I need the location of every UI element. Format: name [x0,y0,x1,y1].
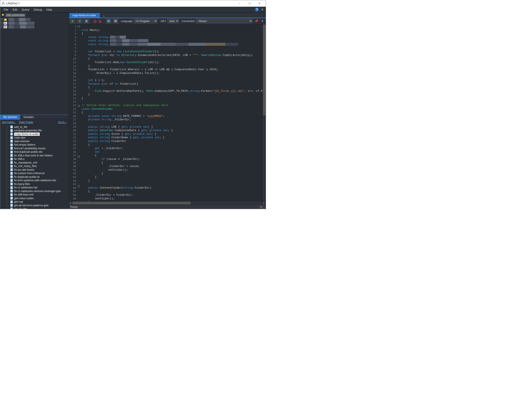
expand-icon[interactable]: + [1,18,3,21]
menu-debug[interactable]: Debug [32,7,44,12]
file-tree-item[interactable]: fix XMLs [0,157,68,161]
horizontal-scrollbar[interactable]: ◄ ► [69,201,266,205]
svg-rect-18 [11,138,12,138]
file-tree-item[interactable]: gen-class-codes [0,197,68,200]
file-tree-item[interactable]: copy-forms-in-order [0,132,68,136]
code-area[interactable]: void Main() { const string const string … [81,24,262,201]
net-select[interactable]: Auto [167,19,179,23]
file-tree-item[interactable]: add_to_file [0,125,68,129]
close-button[interactable]: ✕ [254,0,265,6]
svg-rect-6 [11,127,12,127]
file-tree[interactable]: add_to_filecompare-properties-filecopy-f… [0,125,68,209]
run-button[interactable] [70,19,75,23]
file-tree-item[interactable]: fix-many-files [0,182,68,186]
file-tree-item[interactable]: fix-duplicate-public-id [0,175,68,179]
scrollbar-thumb[interactable] [263,25,266,115]
maximize-button[interactable]: ☐ [245,0,254,6]
file-tree-item[interactable]: fix XMLs that exist in two folders [0,154,68,157]
menu-help[interactable]: Help [44,7,54,12]
connection-select[interactable]: <None> [196,19,253,23]
svg-rect-42 [11,159,12,159]
file-tree-item[interactable]: find-ca7-availability-issues [0,147,68,150]
file-tree-item[interactable]: fix_standalone_xml [0,161,68,165]
file-tree-item[interactable]: date-checker [0,139,68,143]
file-tree-item[interactable]: find empty folders [0,143,68,147]
file-icon [10,175,13,178]
fold-icon[interactable]: - [78,185,80,187]
file-icon [10,151,13,153]
file-tree-item[interactable]: copy-zips [0,136,68,139]
menu-file[interactable]: File [1,7,10,12]
file-tree-item[interactable]: compare-properties-file [0,129,68,132]
scroll-left-icon[interactable]: ◄ [69,202,72,204]
file-tree-item[interactable]: find-duplicate-public-ids [0,150,68,154]
doc-tab-active[interactable]: copy-forms-in-order [69,13,100,18]
vertical-scrollbar[interactable] [262,24,266,201]
open-folder-link[interactable]: Open Folder [19,121,33,124]
file-tree-item[interactable]: get-all-sbts [0,207,68,209]
results-text-button[interactable] [113,19,118,23]
minimize-button[interactable]: ─ [235,0,245,6]
file-tree-item[interactable]: get-all-sbt-form-patterns-grid [0,204,68,207]
expand-icon[interactable]: + [1,22,3,24]
bug-icon[interactable]: 🐞 [93,19,97,23]
svg-rect-78 [11,191,12,191]
language-select[interactable]: C# Program [134,19,157,23]
menu-query[interactable]: Query [19,7,31,12]
ef-icon: EF [4,22,7,24]
goto-link[interactable]: Go to... [58,121,67,124]
results-grid-button[interactable] [106,19,111,23]
tab-my-queries[interactable]: My Queries [0,115,20,120]
file-name-label: fix-duplicate-public-id [14,175,39,178]
svg-rect-90 [11,202,12,202]
set-folder-link[interactable]: Set Folder... [2,121,16,124]
file-tree-item[interactable]: fix_xml_many_files [0,164,68,168]
connection-row[interactable]: + EF [1,25,68,29]
file-tree-item[interactable]: fix-custom-form-inference [0,172,68,175]
panel-close-icon[interactable]: ✕ [260,8,265,11]
connection-row[interactable]: + EF [1,21,68,25]
editor[interactable]: 1234567891011121314151617181920212223242… [69,24,266,201]
file-tree-item[interactable]: fix-r1-ratebooks-hpl [0,186,68,189]
close-query-icon[interactable]: ✕ [260,19,265,23]
star-icon: ✸ [1,13,4,17]
add-connection-link[interactable]: ✸ Add connection [0,12,68,17]
svg-rect-48 [11,165,12,165]
file-tree-item[interactable]: fix-utf8-bom-xml [0,193,68,197]
hscroll-thumb[interactable] [73,202,191,204]
file-icon [10,208,13,209]
pin-icon[interactable]: 📌 [254,19,259,23]
bug-blue-icon[interactable]: 🐞 [98,19,102,23]
svg-rect-29 [11,148,12,148]
connection-row[interactable]: + [1,18,68,21]
svg-rect-20 [11,140,12,141]
scroll-right-icon[interactable]: ► [262,202,266,204]
tab-samples[interactable]: Samples [20,115,37,120]
svg-rect-44 [11,162,12,162]
statusbar: Ready /o- [69,205,266,209]
svg-rect-92 [11,205,12,205]
status-right[interactable]: /o- [259,205,264,209]
svg-rect-72 [11,187,12,187]
file-icon [10,200,13,203]
file-name-label: fix-form-patterns-with-ratebook-info [14,179,56,182]
new-tab-button[interactable]: + [101,14,107,18]
file-tree-item[interactable]: fix-r1-ratebooks-remove-coverage-type [0,189,68,193]
pause-button[interactable] [77,19,82,23]
menu-edit[interactable]: Edit [10,7,19,12]
file-tree-item[interactable]: gen-sql [0,200,68,204]
fold-icon[interactable]: - [78,25,80,27]
fold-icon[interactable]: - [78,105,80,107]
expand-icon[interactable]: + [1,26,3,28]
help-icon[interactable]: ? [255,8,259,12]
stop-button[interactable] [84,19,89,23]
svg-rect-52 [11,169,12,169]
file-name-label: get-all-sbts [14,207,27,209]
file-tree-item[interactable]: fix-au-rate-books [0,168,68,172]
file-icon [10,154,13,157]
file-tree-item[interactable]: fix-form-patterns-with-ratebook-info [0,179,68,182]
file-icon [10,158,13,161]
svg-rect-25 [11,144,12,145]
svg-rect-10 [11,130,12,131]
fold-icon[interactable]: - [78,156,80,158]
